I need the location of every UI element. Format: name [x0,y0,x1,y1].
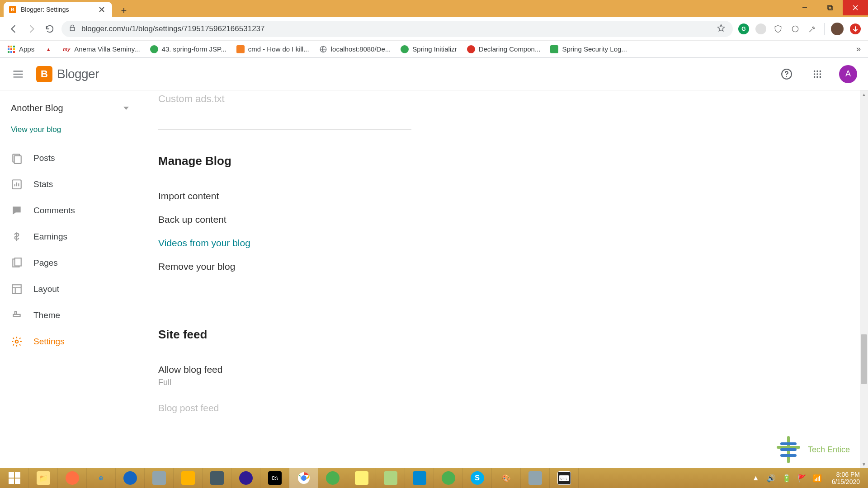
help-button[interactable] [778,65,796,83]
browser-tab[interactable]: B Blogger: Settings [4,2,112,17]
app-taskbar-button[interactable] [203,468,231,488]
profile-avatar[interactable] [831,23,844,35]
address-bar[interactable]: blogger.com/u/1/blog/settings/7195175962… [61,21,733,37]
paint-taskbar-button[interactable]: 🎨 [492,468,521,488]
more-bookmarks-button[interactable]: » [856,44,861,54]
scroll-thumb[interactable] [861,334,867,384]
sidebar-item-label: Settings [33,337,65,347]
scrollbar[interactable]: ▲ ▼ [860,90,868,468]
terminal-taskbar-button[interactable]: C:\ [260,468,289,488]
thunderbird-taskbar-button[interactable] [116,468,145,488]
app-taskbar-button[interactable] [521,468,550,488]
vscode-taskbar-button[interactable] [405,468,434,488]
videos-from-blog-link[interactable]: Videos from your blog [158,231,850,255]
google-apps-button[interactable] [808,65,826,83]
start-button[interactable] [0,468,29,488]
new-tab-button[interactable]: + [118,5,130,17]
chrome-taskbar-button[interactable] [289,468,318,488]
close-icon [852,5,859,11]
posts-icon [11,152,23,164]
eyedropper-extension-icon[interactable] [807,23,818,34]
windows-taskbar: 📁 e C:\ S 🎨 ⌨ ▲ 🔊 🔋 🚩 📶 8:06 PM 6/15/202… [0,468,868,488]
blogger-logo[interactable]: B Blogger [36,66,99,82]
bookmark-label: cmd - How do I kill... [248,45,309,53]
bookmark-star-button[interactable] [717,23,726,34]
backup-content-button[interactable]: Back up content [158,208,850,231]
bookmark-item[interactable]: 43. spring-form JSP... [150,45,226,53]
reload-button[interactable] [43,23,56,35]
bookmark-label: Anema Villa Seminy... [74,45,140,53]
notepadpp-icon [384,471,397,485]
tray-chevron-up-icon[interactable]: ▲ [751,474,760,483]
account-avatar[interactable]: A [839,65,857,83]
pages-icon [11,257,23,269]
svg-rect-1 [828,5,831,9]
sidebar-item-layout[interactable]: Layout [0,276,140,302]
close-tab-icon[interactable] [99,6,105,13]
file-explorer-taskbar-button[interactable]: 📁 [29,468,58,488]
blogger-favicon-icon: B [9,6,16,13]
grammarly-extension-icon[interactable]: G [738,23,749,34]
allow-blog-feed-row[interactable]: Allow blog feed Full [158,358,850,388]
bookmark-item[interactable]: Declaring Compon... [467,45,541,53]
bookmark-item[interactable]: localhost:8080/De... [319,45,391,53]
blog-post-feed-row[interactable]: Blog post feed [158,396,850,420]
apps-button[interactable]: Apps [7,45,34,53]
scroll-up-icon[interactable]: ▲ [860,90,868,99]
section-divider [158,129,411,130]
battery-icon[interactable]: 🔋 [782,474,791,483]
sidebar-item-label: Comments [33,206,75,216]
close-window-button[interactable] [843,0,868,15]
firefox-taskbar-button[interactable] [58,468,87,488]
circle-extension-icon[interactable] [790,23,801,34]
sidebar-item-posts[interactable]: Posts [0,145,140,171]
sidebar-item-earnings[interactable]: Earnings [0,224,140,250]
globe-icon [319,45,327,53]
blog-selector[interactable]: Another Blog [0,99,140,118]
update-badge-icon[interactable] [850,23,861,34]
maximize-window-button[interactable] [817,0,843,15]
minimize-window-button[interactable] [792,0,817,15]
bookmark-item[interactable]: ▲ [44,45,52,53]
remove-blog-button[interactable]: Remove your blog [158,255,850,278]
bookmark-item[interactable]: my Anema Villa Seminy... [62,45,140,53]
svg-point-20 [814,73,816,75]
shield-extension-icon[interactable] [773,23,783,34]
menu-button[interactable] [9,65,27,83]
import-content-button[interactable]: Import content [158,184,850,208]
flag-tray-icon[interactable]: 🚩 [797,474,807,483]
volume-icon[interactable]: 🔊 [767,474,776,483]
bookmark-item[interactable]: Spring Security Log... [550,45,627,53]
bookmark-favicon-icon: ▲ [44,45,52,53]
sidebar-item-settings[interactable]: Settings [0,328,140,355]
sidebar-item-pages[interactable]: Pages [0,250,140,276]
eclipse-taskbar-button[interactable] [231,468,260,488]
browser-toolbar: blogger.com/u/1/blog/settings/7195175962… [0,17,868,41]
sidebar-item-comments[interactable]: Comments [0,197,140,224]
skype-taskbar-button[interactable]: S [463,468,492,488]
spring-tool-taskbar-button[interactable] [434,468,463,488]
sidebar-item-theme[interactable]: Theme [0,302,140,328]
app-taskbar-button[interactable] [145,468,174,488]
sidebar-item-stats[interactable]: Stats [0,171,140,197]
spring-taskbar-button[interactable] [318,468,347,488]
ie-taskbar-button[interactable]: e [87,468,116,488]
bookmark-item[interactable]: Spring Initializr [401,45,457,53]
keyboard-icon: ⌨ [557,471,571,485]
back-button[interactable] [7,23,20,35]
app-taskbar-button[interactable] [174,468,203,488]
taskbar-clock[interactable]: 8:06 PM 6/15/2020 [828,471,863,485]
osk-taskbar-button[interactable]: ⌨ [550,468,579,488]
generic-app-icon [210,471,224,485]
notes-taskbar-button[interactable] [347,468,376,488]
extension-icon-2[interactable] [755,23,766,34]
layout-icon [11,283,23,295]
forward-button[interactable] [25,23,38,35]
bookmark-item[interactable]: cmd - How do I kill... [236,45,309,53]
network-icon[interactable]: 📶 [813,474,822,483]
notepadpp-taskbar-button[interactable] [376,468,405,488]
view-blog-link[interactable]: View your blog [0,118,140,145]
hamburger-icon [12,68,24,80]
svg-point-32 [15,340,19,343]
scroll-down-icon[interactable]: ▼ [860,460,868,468]
